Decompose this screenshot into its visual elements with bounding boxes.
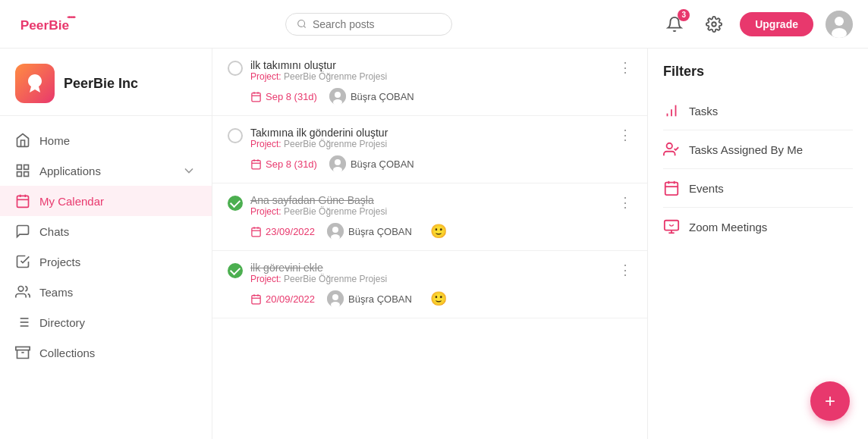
avatar-icon: [327, 290, 344, 307]
sidebar-label-collections: Collections: [39, 346, 95, 359]
sidebar-item-directory[interactable]: Directory: [0, 307, 212, 337]
task-menu-button[interactable]: ⋮: [618, 262, 632, 278]
svg-point-1: [71, 16, 73, 18]
svg-point-30: [335, 92, 341, 98]
sidebar-label-directory: Directory: [39, 316, 85, 329]
check-square-icon: [15, 254, 30, 269]
assignee-name: Büşra ÇOBAN: [348, 293, 412, 305]
avatar-icon: [826, 11, 853, 38]
task-item: Ana sayfadan Güne Başla Project: PeerBie…: [212, 183, 647, 251]
task-date: 20/09/2022: [250, 293, 315, 305]
filter-item-zoom-meetings[interactable]: Zoom Meetings: [663, 208, 853, 246]
task-item: ilk takımını oluştur Project: PeerBie Öğ…: [212, 49, 647, 116]
notification-badge: 3: [678, 9, 690, 21]
list-icon: [15, 315, 30, 330]
sidebar-item-my-calendar[interactable]: My Calendar: [0, 186, 212, 216]
svg-rect-23: [16, 347, 30, 350]
user-avatar[interactable]: [826, 11, 853, 38]
svg-rect-39: [252, 227, 260, 236]
body: PeerBie Inc Home Applications: [0, 49, 868, 439]
task-date-text: 23/09/2022: [266, 226, 315, 237]
avatar-icon: [327, 223, 344, 240]
task-project: Project: PeerBie Öğrenme Projesi: [250, 139, 611, 149]
svg-rect-11: [24, 172, 29, 177]
settings-button[interactable]: [700, 11, 728, 38]
task-checkbox-done[interactable]: [228, 263, 243, 278]
task-menu-button[interactable]: ⋮: [618, 59, 632, 76]
filters-panel: Filters Tasks Tasks Assigned By Me: [648, 49, 868, 439]
task-date: 23/09/2022: [250, 226, 315, 237]
svg-point-44: [332, 227, 338, 233]
task-title: Takımına ilk gönderini oluştur: [250, 127, 611, 139]
task-date-text: 20/09/2022: [266, 293, 315, 305]
avatar-icon: [329, 155, 346, 172]
calendar-active-icon: [15, 193, 30, 209]
svg-rect-8: [17, 165, 22, 170]
task-meta: 20/09/2022 Büşra ÇOBAN 🙂: [228, 290, 632, 307]
peerbie-logo: PeerBie: [15, 9, 76, 39]
svg-rect-12: [17, 196, 29, 207]
task-menu-button[interactable]: ⋮: [618, 127, 632, 143]
gear-icon: [706, 16, 722, 33]
filter-label-tasks-assigned-by-me: Tasks Assigned By Me: [689, 143, 803, 156]
calendar-icon: [250, 293, 262, 305]
task-row-top: ilk takımını oluştur Project: PeerBie Öğ…: [228, 59, 632, 82]
task-checkbox[interactable]: [228, 61, 243, 76]
assignee-avatar: [327, 223, 344, 240]
sidebar-label-home: Home: [39, 134, 70, 147]
header-logo: PeerBie: [15, 9, 76, 39]
calendar-filter-icon: [663, 180, 680, 196]
search-input[interactable]: [313, 18, 441, 30]
users-icon: [15, 284, 30, 299]
task-checkbox-done[interactable]: [228, 196, 243, 211]
task-date: Sep 8 (31d): [250, 91, 317, 102]
task-item: ilk görevini ekle Project: PeerBie Öğren…: [212, 251, 647, 318]
assignee-avatar: [329, 155, 346, 172]
filter-item-tasks[interactable]: Tasks: [663, 92, 853, 130]
sidebar-label-chats: Chats: [39, 225, 69, 238]
sidebar-item-collections[interactable]: Collections: [0, 337, 212, 368]
svg-point-4: [712, 22, 716, 27]
svg-point-56: [667, 143, 672, 149]
task-emoji: 🙂: [430, 290, 447, 307]
task-checkbox[interactable]: [228, 128, 243, 143]
search-bar[interactable]: [285, 13, 452, 36]
task-menu-button[interactable]: ⋮: [618, 194, 632, 211]
upgrade-button[interactable]: Upgrade: [740, 12, 813, 36]
filter-item-events[interactable]: Events: [663, 169, 853, 208]
sidebar-item-teams[interactable]: Teams: [0, 277, 212, 307]
calendar-icon: [250, 226, 262, 237]
brand-logo-icon: [24, 72, 46, 95]
assignee-name: Büşra ÇOBAN: [351, 158, 414, 170]
fab-add-button[interactable]: +: [810, 381, 850, 421]
task-title: Ana sayfadan Güne Başla: [250, 194, 611, 206]
svg-rect-10: [17, 172, 22, 177]
home-icon: [15, 133, 30, 148]
monitor-icon: [663, 218, 680, 235]
archive-icon: [15, 345, 30, 360]
sidebar-item-projects[interactable]: Projects: [0, 246, 212, 277]
svg-rect-46: [252, 295, 260, 303]
tasks-list: ilk takımını oluştur Project: PeerBie Öğ…: [212, 49, 648, 439]
sidebar-brand: PeerBie Inc: [0, 49, 212, 116]
assignee-avatar: [327, 290, 344, 307]
sidebar-item-home[interactable]: Home: [0, 125, 212, 155]
bar-chart-icon: [663, 102, 680, 119]
task-assignee: Büşra ÇOBAN: [327, 290, 412, 307]
task-item: Takımına ilk gönderini oluştur Project: …: [212, 116, 647, 183]
task-emoji: 🙂: [430, 223, 447, 240]
notifications-button[interactable]: 3: [661, 11, 688, 38]
filter-label-tasks: Tasks: [689, 105, 718, 118]
filter-item-tasks-assigned-by-me[interactable]: Tasks Assigned By Me: [663, 130, 853, 169]
user-check-icon: [663, 141, 680, 158]
svg-point-6: [835, 17, 844, 26]
task-project: Project: PeerBie Öğrenme Projesi: [250, 71, 611, 82]
task-row-top: Ana sayfadan Güne Başla Project: PeerBie…: [228, 194, 632, 217]
task-row-top: ilk görevini ekle Project: PeerBie Öğren…: [228, 262, 632, 284]
task-date: Sep 8 (31d): [250, 158, 317, 170]
sidebar-item-applications[interactable]: Applications: [0, 155, 212, 186]
header-actions: 3 Upgrade: [661, 11, 853, 38]
task-meta: 23/09/2022 Büşra ÇOBAN 🙂: [228, 223, 632, 240]
sidebar-item-chats[interactable]: Chats: [0, 216, 212, 246]
svg-rect-57: [665, 183, 678, 195]
